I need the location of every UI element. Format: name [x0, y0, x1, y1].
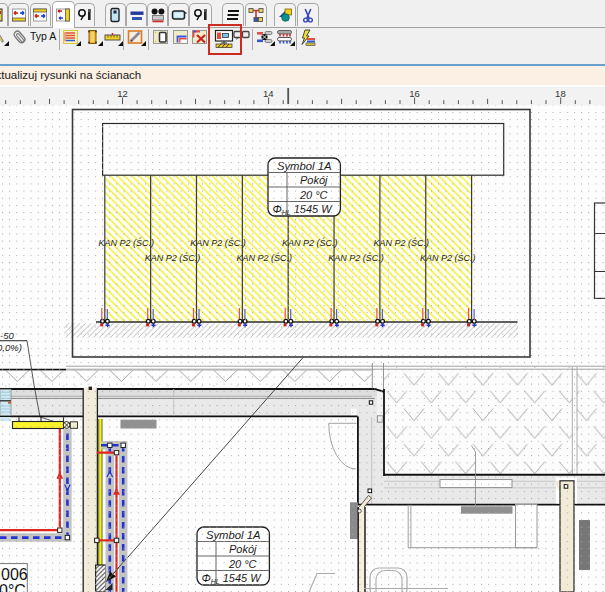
svg-text:12: 12 [117, 88, 128, 99]
svg-text:14: 14 [263, 88, 274, 99]
svg-text:16: 16 [409, 88, 420, 99]
svg-text:18: 18 [555, 88, 566, 99]
